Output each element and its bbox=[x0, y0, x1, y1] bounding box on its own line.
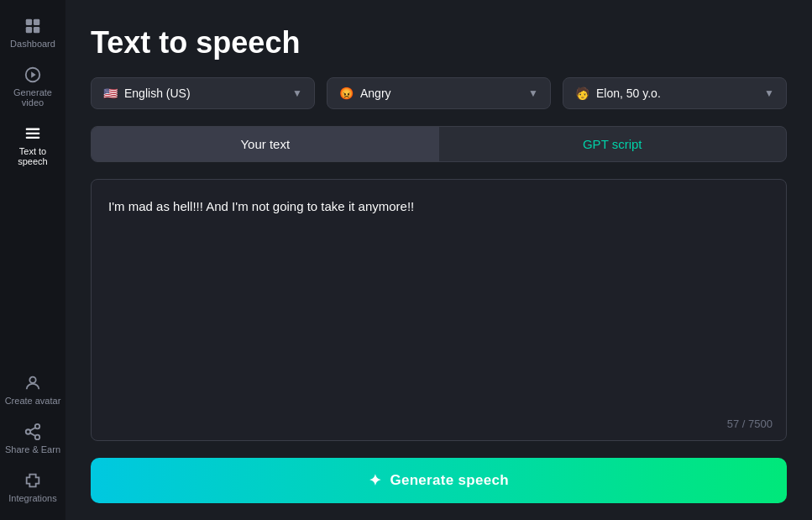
main-content: Text to speech 🇺🇸 English (US) ▼ 😡 Angry… bbox=[65, 0, 812, 520]
voice-dropdown-left: 🧑 Elon, 50 y.o. bbox=[575, 87, 661, 100]
svg-line-14 bbox=[30, 428, 35, 431]
dashboard-icon bbox=[24, 17, 42, 35]
tabs-row: Your text GPT script bbox=[91, 126, 787, 162]
svg-point-11 bbox=[26, 429, 31, 434]
sidebar-item-create-avatar[interactable]: Create avatar bbox=[0, 365, 65, 414]
language-flag: 🇺🇸 bbox=[103, 87, 118, 100]
emotion-label: Angry bbox=[360, 87, 391, 100]
voice-dropdown[interactable]: 🧑 Elon, 50 y.o. ▼ bbox=[563, 77, 787, 109]
sidebar-item-dashboard-label: Dashboard bbox=[10, 39, 55, 49]
svg-rect-1 bbox=[34, 19, 39, 25]
sidebar-item-avatar-label: Create avatar bbox=[5, 396, 61, 406]
tab-gpt-script[interactable]: GPT script bbox=[439, 127, 787, 161]
svg-rect-6 bbox=[26, 129, 40, 130]
svg-rect-2 bbox=[26, 27, 32, 33]
sidebar-item-generate-video-label: Generate video bbox=[3, 87, 62, 108]
dropdowns-row: 🇺🇸 English (US) ▼ 😡 Angry ▼ 🧑 Elon, 50 y… bbox=[91, 77, 787, 109]
tab-your-text[interactable]: Your text bbox=[92, 127, 439, 161]
sparkle-icon: ✦ bbox=[369, 471, 381, 490]
voice-emoji: 🧑 bbox=[575, 87, 589, 100]
voice-dropdown-arrow: ▼ bbox=[764, 87, 774, 99]
voice-label: Elon, 50 y.o. bbox=[596, 87, 661, 100]
puzzle-icon bbox=[24, 471, 42, 490]
language-dropdown-left: 🇺🇸 English (US) bbox=[103, 87, 191, 100]
sidebar-item-integrations-label: Integrations bbox=[8, 493, 56, 503]
svg-rect-3 bbox=[34, 27, 39, 33]
emotion-dropdown[interactable]: 😡 Angry ▼ bbox=[327, 77, 551, 109]
char-count: 57 / 7500 bbox=[727, 418, 773, 430]
play-icon bbox=[24, 66, 42, 84]
sidebar-item-text-to-speech[interactable]: Text to speech bbox=[0, 116, 65, 175]
svg-rect-8 bbox=[26, 137, 40, 139]
share-icon bbox=[24, 423, 42, 441]
svg-point-10 bbox=[35, 424, 40, 429]
sidebar-item-integrations[interactable]: Integrations bbox=[0, 463, 65, 512]
svg-marker-5 bbox=[31, 71, 36, 77]
text-area-wrapper[interactable]: I'm mad as hell!!! And I'm not going to … bbox=[91, 179, 787, 441]
sidebar-item-share-label: Share & Earn bbox=[5, 444, 60, 454]
language-dropdown[interactable]: 🇺🇸 English (US) ▼ bbox=[91, 77, 315, 109]
sidebar-item-tts-label: Text to speech bbox=[3, 146, 62, 166]
svg-line-13 bbox=[30, 433, 35, 436]
svg-rect-0 bbox=[26, 19, 32, 25]
language-label: English (US) bbox=[124, 87, 191, 100]
sidebar: Dashboard Generate video Text to speech … bbox=[0, 0, 65, 520]
text-content: I'm mad as hell!!! And I'm not going to … bbox=[108, 197, 769, 217]
emotion-emoji: 😡 bbox=[339, 87, 354, 100]
emotion-dropdown-arrow: ▼ bbox=[528, 87, 538, 99]
avatar-icon bbox=[24, 374, 42, 392]
emotion-dropdown-left: 😡 Angry bbox=[339, 87, 391, 100]
generate-speech-label: Generate speech bbox=[390, 472, 509, 489]
lines-icon bbox=[24, 124, 42, 143]
svg-point-9 bbox=[29, 377, 35, 383]
generate-speech-button[interactable]: ✦ Generate speech bbox=[91, 458, 787, 503]
sidebar-item-share-earn[interactable]: Share & Earn bbox=[0, 414, 65, 463]
sidebar-item-generate-video[interactable]: Generate video bbox=[0, 57, 65, 116]
language-dropdown-arrow: ▼ bbox=[292, 87, 302, 99]
svg-point-12 bbox=[35, 435, 40, 440]
page-title: Text to speech bbox=[91, 25, 787, 60]
svg-rect-7 bbox=[26, 133, 40, 134]
sidebar-item-dashboard[interactable]: Dashboard bbox=[0, 8, 65, 57]
